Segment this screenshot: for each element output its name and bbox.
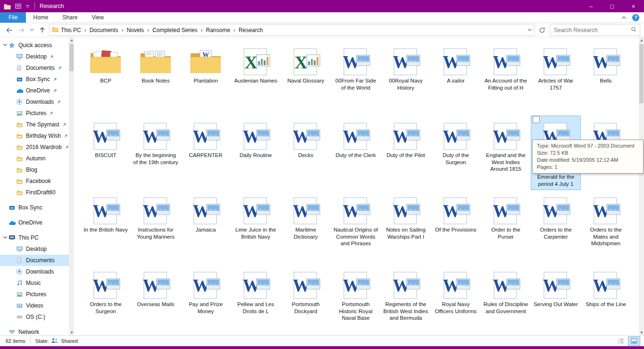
close-button[interactable]: ×: [623, 0, 644, 12]
file-item-portsmouth-dockyard[interactable]: WPortsmouth Dockyard: [281, 265, 331, 335]
breadcrumb-segment-documents[interactable]: Documents: [87, 27, 121, 33]
breadcrumb-segment-this-pc[interactable]: This PC: [59, 27, 84, 33]
file-item-orders-to-the-mates-and-midshipmen[interactable]: WOrders to the Mates and Midshipmen: [581, 190, 631, 265]
sidebar-item-downloads[interactable]: Downloads: [0, 266, 69, 277]
file-item-jamaica[interactable]: WJamaica: [181, 190, 231, 265]
file-item-ships-of-the-line[interactable]: WShips of the Line: [581, 265, 631, 335]
sidebar-item-firstdraft60[interactable]: FirstDraft60: [0, 187, 69, 198]
customize-toolbar-chevron-icon[interactable]: [25, 5, 30, 8]
file-item-naval-glossary[interactable]: XNaval Glossary: [281, 41, 331, 116]
help-icon[interactable]: ?: [632, 14, 639, 21]
sidebar-item-documents[interactable]: Documents: [0, 255, 69, 266]
breadcrumb-segment-novels[interactable]: Novels: [124, 27, 146, 33]
sidebar-item-videos[interactable]: Videos: [0, 300, 69, 311]
breadcrumb-segment-completed-series[interactable]: Completed Series: [150, 27, 200, 33]
content-scrollbar-thumb[interactable]: [639, 44, 644, 103]
breadcrumb-segment-ransome[interactable]: Ransome: [203, 27, 232, 33]
expander-chevron-icon[interactable]: [2, 236, 8, 240]
tab-share[interactable]: Share: [55, 12, 84, 23]
file-item-bcp[interactable]: BCP: [81, 41, 131, 116]
file-item-book-notes[interactable]: Book Notes: [131, 41, 181, 116]
expander-chevron-icon[interactable]: [2, 43, 8, 47]
file-item-duty-of-the-clerk[interactable]: WDuty of the Clerk: [331, 116, 381, 190]
address-dropdown-icon[interactable]: [525, 28, 534, 32]
file-item-an-account-of-the-fitting-out-of-h[interactable]: WAn Account of the Fitting out of H: [481, 41, 531, 116]
back-button[interactable]: [4, 25, 14, 35]
details-view-button[interactable]: [615, 336, 627, 346]
file-item-royal-navy-officers-uniforms[interactable]: WRoyal Navy Officers Uniforms: [431, 265, 481, 335]
forward-button[interactable]: [16, 25, 26, 35]
file-item-notes-on-sailing-warships-part-i[interactable]: WNotes on Sailing Warships Part I: [381, 190, 431, 265]
file-item-in-the-british-navy[interactable]: WIn the British Navy: [81, 190, 131, 265]
file-item-regiments-of-the-british-west-indies-and-bermuda[interactable]: WRegiments of the British West Indies an…: [381, 265, 431, 335]
sidebar-item-this-pc[interactable]: This PC: [0, 232, 69, 243]
sidebar-item-2016-wardrob[interactable]: 2016 Wardrob: [0, 141, 69, 153]
sidebar-item-documents[interactable]: Documents: [0, 62, 69, 74]
file-item-pay-and-prize-money[interactable]: WPay and Prize Money: [181, 265, 231, 335]
expand-ribbon-icon[interactable]: [621, 13, 627, 22]
sidebar-scrollbar-thumb[interactable]: [69, 44, 74, 71]
file-item-articles-of-war-1757[interactable]: WArticles of War 1757: [531, 41, 581, 116]
file-item-maritime-dictionary[interactable]: WMaritime Dictionary: [281, 190, 331, 265]
file-item-of-the-provisions[interactable]: WOf the Provisions: [431, 190, 481, 265]
file-item-daily-routine[interactable]: WDaily Routine: [231, 116, 281, 190]
sidebar-item-os-c[interactable]: OS (C:): [0, 311, 69, 323]
recent-locations-chevron-icon[interactable]: [28, 25, 35, 35]
file-item-orders-to-the-surgeon[interactable]: WOrders to the Surgeon: [81, 265, 131, 335]
sidebar-item-onedrive[interactable]: OneDrive: [0, 217, 69, 228]
sidebar-item-box-sync[interactable]: Box Sync: [0, 74, 69, 85]
sidebar-scrollbar[interactable]: [69, 37, 74, 335]
sidebar-item-music[interactable]: Music: [0, 277, 69, 289]
file-item-orders-to-the-carpenter[interactable]: WOrders to the Carpenter: [531, 190, 581, 265]
file-item-duty-of-the-pilot[interactable]: WDuty of the Pilot: [381, 116, 431, 190]
file-item-plantation[interactable]: WPlantation: [181, 41, 231, 116]
search-input[interactable]: [553, 26, 629, 34]
breadcrumb-segment-research[interactable]: Research: [236, 27, 265, 33]
explorer-folder-icon[interactable]: [4, 3, 11, 9]
address-bar[interactable]: This PC›Documents›Novels›Completed Serie…: [49, 24, 535, 36]
item-checkbox[interactable]: [533, 116, 540, 123]
file-item-portsmouth-historic-royal-naval-base[interactable]: WPortsmouth Historic Royal Naval Base: [331, 265, 381, 335]
sidebar-item-pictures[interactable]: Pictures: [0, 108, 69, 119]
sidebar-item-desktop[interactable]: Desktop: [0, 243, 69, 255]
file-item-biscuit[interactable]: WBISCUIT: [81, 116, 131, 190]
tab-view[interactable]: View: [84, 12, 111, 23]
sidebar-item-the-spymast[interactable]: The Spymast: [0, 119, 69, 130]
sidebar-item-box-sync[interactable]: Box Sync: [0, 202, 69, 213]
file-item-by-the-beginning-of-the-19th-century[interactable]: WBy the beginning of the 19th century: [131, 116, 181, 190]
sidebar-item-facebook[interactable]: Facebook: [0, 175, 69, 187]
file-item-nautical-origins-of-common-words-and-phrases[interactable]: WNautical Origins of Common Words and Ph…: [331, 190, 381, 265]
file-item-instructions-for-young-mariners[interactable]: WInstructions for Young Mariners: [131, 190, 181, 265]
sidebar-item-blog[interactable]: Blog: [0, 164, 69, 175]
refresh-icon[interactable]: [536, 25, 548, 35]
tab-file[interactable]: File: [0, 12, 26, 23]
tab-home[interactable]: Home: [26, 12, 55, 23]
file-item-carpenter[interactable]: WCARPENTER: [181, 116, 231, 190]
sidebar-item-network[interactable]: Network: [0, 326, 69, 335]
sidebar-item-onedrive[interactable]: OneDrive: [0, 85, 69, 96]
properties-icon[interactable]: [15, 3, 21, 9]
sidebar-item-birthday-wish[interactable]: Birthday Wish: [0, 130, 69, 141]
sidebar-item-pictures[interactable]: Pictures: [0, 289, 69, 300]
file-item-england-and-the-west-indies-around-1815[interactable]: WEngland and the West Indies Around 1815: [481, 116, 531, 190]
minimize-button[interactable]: –: [580, 0, 602, 12]
file-item-a-sailor[interactable]: WA sailor: [431, 41, 481, 116]
file-item-pellew-and-les-droits-de-l[interactable]: WPellew and Les Droits de L: [231, 265, 281, 335]
sidebar-item-downloads[interactable]: Downloads: [0, 96, 69, 108]
sidebar-item-autumn[interactable]: Autumn: [0, 153, 69, 164]
file-item-order-to-the-purser[interactable]: WOrder to the Purser: [481, 190, 531, 265]
sidebar-item-quick-access[interactable]: Quick access: [0, 40, 69, 51]
file-item-bells[interactable]: WBells: [581, 41, 631, 116]
file-item-decks[interactable]: WDecks: [281, 116, 331, 190]
thumbnails-view-button[interactable]: [628, 336, 640, 346]
search-icon[interactable]: [631, 26, 637, 34]
file-item-overseas-mails[interactable]: WOverseas Mails: [131, 265, 181, 335]
file-item-lime-juice-in-the-british-navy[interactable]: WLime Juice in the British Navy: [231, 190, 281, 265]
file-item-00royal-navy-history[interactable]: W00Royal Navy History: [381, 41, 431, 116]
file-item-austenian-names[interactable]: XAustenian Names: [231, 41, 281, 116]
up-button[interactable]: [37, 25, 47, 35]
file-item-00from-far-side-of-the-world[interactable]: W00From Far Side of the World: [331, 41, 381, 116]
file-item-serving-out-water[interactable]: WServing Out Water: [531, 265, 581, 335]
sidebar-item-desktop[interactable]: Desktop: [0, 51, 69, 62]
file-item-rules-of-discipline-and-government[interactable]: WRules of Discipline and Government: [481, 265, 531, 335]
